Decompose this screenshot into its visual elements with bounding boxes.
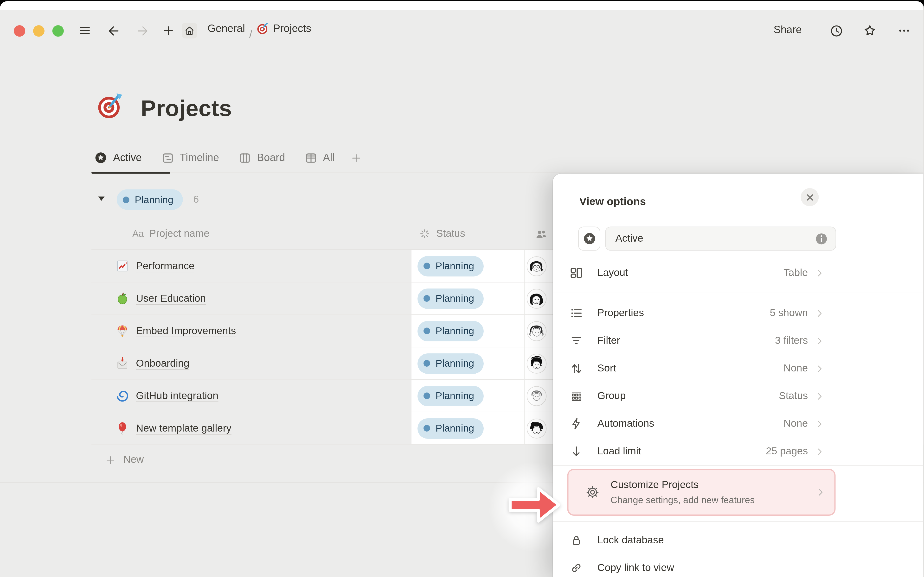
project-name-cell[interactable]: Embed Improvements [91, 315, 411, 347]
new-page-button[interactable] [161, 23, 176, 39]
status-dot [423, 295, 430, 302]
view-options-panel: View options Active Layout [553, 174, 924, 577]
panel-row-label: Filter [598, 335, 775, 347]
project-name: New template gallery [136, 422, 231, 434]
project-name-cell[interactable]: Performance [91, 250, 411, 282]
group-status-label: Planning [135, 194, 173, 205]
status-cell[interactable]: Planning [411, 315, 524, 347]
screenshot-stage: General / Projects Share [0, 0, 924, 577]
home-icon [184, 25, 195, 36]
panel-close-button[interactable] [801, 188, 819, 206]
panel-row-load-limit[interactable]: Load limit 25 pages [553, 438, 825, 465]
link-icon [570, 561, 583, 575]
star-circle-icon [582, 232, 596, 246]
parachute-emoji [115, 324, 129, 338]
panel-row-automations[interactable]: Automations None [553, 410, 825, 438]
traffic-light-minimize-button[interactable] [33, 25, 45, 37]
panel-row-label: Group [598, 390, 779, 402]
panel-row-layout[interactable]: Layout Table [553, 259, 825, 287]
status-cell[interactable]: Planning [411, 347, 524, 380]
view-icon-button[interactable] [578, 227, 601, 251]
panel-row-label: Load limit [598, 445, 766, 458]
breadcrumb: General / Projects [208, 23, 311, 35]
view-name-input[interactable]: Active [605, 227, 836, 251]
project-name: Performance [136, 260, 194, 272]
panel-row-group[interactable]: Group Status [553, 382, 825, 410]
traffic-light-zoom-button[interactable] [52, 25, 64, 37]
status-cell[interactable]: Planning [411, 412, 524, 445]
panel-divider [553, 521, 924, 522]
filter-funnel-icon [570, 334, 583, 347]
green-apple-emoji [115, 292, 129, 306]
breadcrumb-page[interactable]: Projects [273, 23, 311, 35]
status-label: Planning [436, 390, 474, 402]
arrow-left-icon [107, 24, 121, 38]
status-label: Planning [436, 423, 474, 434]
panel-row-value: 5 shown [770, 307, 808, 319]
page-more-button[interactable] [897, 23, 912, 39]
group-status-tag[interactable]: Planning [117, 189, 183, 210]
project-name: Embed Improvements [136, 325, 236, 337]
back-button[interactable] [106, 23, 121, 39]
updates-button[interactable] [829, 23, 844, 39]
panel-row-properties[interactable]: Properties 5 shown [553, 299, 825, 327]
owner-avatar [527, 321, 547, 341]
lock-database-row[interactable]: Lock database [553, 527, 825, 554]
chevron-right-icon [814, 268, 825, 278]
group-count: 6 [193, 193, 199, 206]
active-tab-underline [91, 172, 170, 174]
status-label: Planning [436, 260, 474, 272]
status-label: Planning [436, 293, 474, 305]
panel-row-value: 25 pages [766, 445, 808, 458]
group-header: Planning 6 [96, 187, 199, 211]
page-icon-target-emoji[interactable] [96, 92, 124, 122]
share-button[interactable]: Share [774, 24, 802, 36]
panel-divider [553, 293, 924, 293]
favorite-button[interactable] [862, 23, 878, 39]
column-header-project-name[interactable]: Aa Project name [91, 218, 411, 250]
project-name-cell[interactable]: GitHub integration [91, 380, 411, 412]
panel-row-label: Layout [598, 267, 783, 279]
customize-projects-row[interactable]: Customize Projects Change settings, add … [567, 469, 836, 516]
chevron-right-icon [814, 363, 825, 374]
arrow-right-icon [135, 24, 149, 38]
tab-all[interactable]: All [304, 151, 335, 164]
traffic-light-close-button[interactable] [14, 25, 26, 37]
copy-link-row[interactable]: Copy link to view [553, 554, 825, 577]
project-name: GitHub integration [136, 390, 218, 402]
clock-icon [829, 24, 843, 38]
tab-active[interactable]: Active [94, 151, 142, 165]
app-content: General / Projects Share [0, 10, 924, 577]
home-button[interactable] [182, 23, 197, 39]
status-tag: Planning [417, 418, 484, 438]
panel-row-sort[interactable]: Sort None [553, 355, 825, 382]
group-collapse-toggle[interactable] [96, 193, 107, 206]
project-name-cell[interactable]: New template gallery [91, 412, 411, 445]
star-icon [863, 24, 877, 38]
breadcrumb-workspace[interactable]: General [208, 23, 245, 35]
forward-button[interactable] [134, 23, 150, 39]
page-title[interactable]: Projects [141, 96, 232, 122]
status-tag: Planning [417, 353, 484, 374]
column-header-label: Project name [149, 228, 209, 240]
status-dot [423, 393, 430, 399]
owner-avatar [527, 386, 547, 406]
project-name-cell[interactable]: Onboarding [91, 347, 411, 380]
tab-board[interactable]: Board [238, 151, 285, 164]
panel-row-value: Status [779, 390, 808, 402]
panel-row-filter[interactable]: Filter 3 filters [553, 327, 825, 355]
panel-divider [553, 465, 924, 466]
tab-timeline[interactable]: Timeline [161, 151, 219, 164]
status-cell[interactable]: Planning [411, 380, 524, 412]
status-cell[interactable]: Planning [411, 250, 524, 282]
close-icon [804, 192, 815, 202]
hamburger-icon [78, 24, 91, 37]
project-name-cell[interactable]: User Education [91, 282, 411, 315]
status-cell[interactable]: Planning [411, 282, 524, 315]
add-view-button[interactable] [351, 152, 362, 164]
views-bar: Active Timeline Board All [91, 143, 924, 173]
column-header-status[interactable]: Status [411, 218, 524, 250]
panel-row-value: None [783, 363, 808, 375]
chevron-right-icon [814, 391, 825, 401]
sidebar-menu-button[interactable] [77, 23, 93, 39]
